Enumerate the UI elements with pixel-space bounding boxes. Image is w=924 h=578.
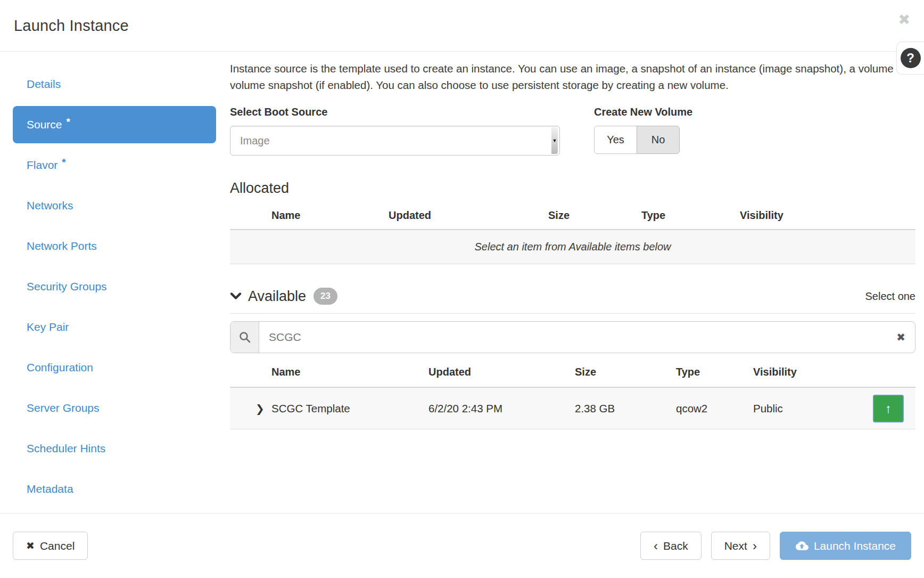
modal-body: Details Source * Flavor * Networks Netwo…	[0, 52, 924, 513]
sidebar-item-label: Server Groups	[27, 402, 100, 414]
col-updated: Updated	[428, 366, 575, 378]
sidebar-item-security-groups[interactable]: Security Groups	[13, 268, 216, 305]
search-icon	[230, 322, 259, 353]
cell-visibility: Public	[753, 402, 873, 415]
sidebar-item-key-pair[interactable]: Key Pair	[13, 308, 216, 346]
available-count-badge: 23	[314, 288, 337, 305]
available-table-header: Name Updated Size Type Visibility	[230, 361, 915, 388]
volume-yes-button[interactable]: Yes	[594, 126, 637, 154]
col-size: Size	[548, 209, 641, 222]
launch-instance-button[interactable]: Launch Instance	[780, 532, 911, 560]
source-step-panel: Instance source is the template used to …	[216, 52, 924, 513]
cancel-label: Cancel	[40, 540, 75, 552]
col-actions	[873, 366, 915, 378]
sidebar-item-label: Security Groups	[27, 280, 107, 293]
required-star: *	[67, 116, 70, 128]
boot-source-label: Select Boot Source	[230, 106, 560, 118]
cell-actions: ↑	[873, 395, 915, 422]
sidebar-item-scheduler-hints[interactable]: Scheduler Hints	[13, 430, 216, 467]
allocated-table-header: Name Updated Size Type Visibility	[230, 205, 915, 230]
launch-label: Launch Instance	[814, 540, 896, 552]
cell-type: qcow2	[676, 402, 753, 415]
help-panel: ?	[896, 42, 924, 75]
sidebar-item-source[interactable]: Source *	[13, 106, 216, 143]
next-label: Next	[724, 540, 747, 552]
help-icon[interactable]: ?	[901, 48, 921, 68]
back-label: Back	[663, 540, 688, 552]
page-title: Launch Instance	[14, 17, 129, 35]
col-size: Size	[575, 366, 676, 378]
clear-search-icon[interactable]: ✖	[896, 331, 905, 344]
wizard-sidebar: Details Source * Flavor * Networks Netwo…	[0, 52, 216, 513]
caret-down-icon: ▼	[552, 138, 557, 143]
col-visibility: Visibility	[753, 366, 873, 378]
boot-source-value: Image	[240, 135, 270, 147]
sidebar-item-label: Networks	[27, 199, 73, 212]
select-caret-strip: ▼	[551, 127, 558, 154]
col-name: Name	[271, 209, 389, 222]
sidebar-item-label: Key Pair	[27, 321, 69, 333]
next-button[interactable]: Next ›	[711, 532, 770, 560]
allocate-item-button[interactable]: ↑	[873, 395, 904, 422]
col-name: Name	[271, 366, 428, 378]
sidebar-item-label: Metadata	[27, 483, 73, 495]
sidebar-item-label: Flavor	[27, 159, 57, 172]
sidebar-item-label: Scheduler Hints	[27, 442, 105, 455]
col-updated: Updated	[389, 209, 548, 222]
cloud-upload-icon	[795, 539, 808, 552]
cancel-x-icon: ✖	[26, 540, 35, 552]
sidebar-item-label: Configuration	[27, 361, 93, 374]
create-volume-toggle: Yes No	[594, 126, 692, 154]
allocated-empty-row: Select an item from Available items belo…	[230, 230, 915, 264]
cell-name: SCGC Template	[271, 402, 428, 415]
col-type: Type	[641, 209, 740, 222]
launch-instance-modal: Launch Instance ✖ ? Details Source * Fla…	[0, 0, 924, 578]
volume-no-button[interactable]: No	[637, 126, 680, 154]
sidebar-item-details[interactable]: Details	[13, 66, 216, 103]
create-volume-field: Create New Volume Yes No	[594, 106, 692, 156]
sidebar-item-network-ports[interactable]: Network Ports	[13, 227, 216, 265]
spacer	[230, 366, 271, 378]
sidebar-item-server-groups[interactable]: Server Groups	[13, 389, 216, 427]
sidebar-item-configuration[interactable]: Configuration	[13, 349, 216, 386]
cell-size: 2.38 GB	[575, 402, 676, 415]
row-expand-chevron-icon[interactable]: ❯	[230, 402, 271, 415]
source-description: Instance source is the template used to …	[230, 60, 915, 93]
cell-updated: 6/2/20 2:43 PM	[428, 402, 575, 415]
cancel-button[interactable]: ✖ Cancel	[13, 532, 88, 560]
create-volume-label: Create New Volume	[594, 106, 692, 118]
select-one-hint: Select one	[865, 290, 915, 303]
close-icon[interactable]: ✖	[898, 13, 910, 27]
allocated-title: Allocated	[230, 180, 915, 197]
boot-source-select[interactable]: Image ▼	[230, 126, 560, 156]
table-row: ❯ SCGC Template 6/2/20 2:43 PM 2.38 GB q…	[230, 388, 915, 429]
sidebar-item-metadata[interactable]: Metadata	[13, 470, 216, 508]
available-header: Available 23 Select one	[230, 288, 915, 314]
spacer	[230, 209, 271, 222]
modal-header: Launch Instance ✖	[0, 0, 924, 52]
chevron-down-icon[interactable]	[230, 292, 242, 300]
sidebar-item-label: Network Ports	[27, 240, 97, 253]
sidebar-item-label: Source	[27, 118, 62, 131]
col-visibility: Visibility	[740, 209, 915, 222]
sidebar-item-networks[interactable]: Networks	[13, 187, 216, 224]
search-field-wrap: ✖	[259, 322, 915, 353]
modal-footer: ✖ Cancel ‹ Back Next › Launch Instance	[0, 513, 924, 578]
available-title: Available	[248, 288, 306, 305]
available-search-bar: ✖	[230, 321, 915, 353]
col-type: Type	[676, 366, 753, 378]
sidebar-item-flavor[interactable]: Flavor *	[13, 146, 216, 184]
required-star: *	[62, 157, 65, 168]
boot-source-field: Select Boot Source Image ▼	[230, 106, 560, 156]
search-input[interactable]	[259, 322, 915, 353]
boot-source-row: Select Boot Source Image ▼ Create New Vo…	[230, 106, 915, 156]
back-button[interactable]: ‹ Back	[640, 532, 702, 560]
arrow-up-icon: ↑	[885, 401, 892, 416]
sidebar-item-label: Details	[27, 78, 61, 91]
